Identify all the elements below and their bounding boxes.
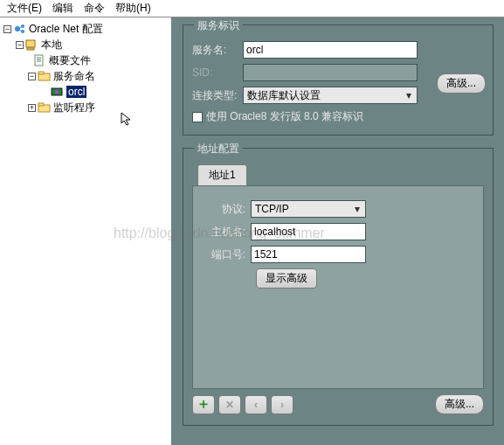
minus-icon[interactable]: − [3, 25, 11, 33]
svg-rect-12 [38, 72, 44, 74]
tree-label-profile: 概要文件 [49, 53, 91, 68]
protocol-select[interactable]: TCP/IP ▾ [251, 200, 366, 218]
cursor-icon [121, 112, 135, 126]
right-pane: 服务标识 服务名: SID: 连接类型: 数据库默认设置 ▾ 使用 Oracle… [172, 17, 504, 445]
tree-label-listeners: 监听程序 [53, 101, 95, 115]
menu-bar: 文件(E) 编辑 命令 帮助(H) [0, 0, 504, 17]
service-id-legend: 服务标识 [194, 18, 243, 33]
tree-label-root: Oracle Net 配置 [29, 22, 103, 37]
protocol-value: TCP/IP [255, 203, 289, 215]
tree-node-local[interactable]: − 本地 [16, 37, 171, 52]
tab-address1[interactable]: 地址1 [197, 164, 247, 185]
host-input[interactable] [251, 223, 366, 240]
address-tab-body: 协议: TCP/IP ▾ 主机名: 端口号: [192, 185, 484, 389]
conn-type-value: 数据库默认设置 [247, 88, 321, 103]
service-node-icon [51, 86, 65, 98]
tree-node-profile[interactable]: 概要文件 [33, 52, 171, 68]
host-label: 主机名: [204, 225, 251, 240]
address-config-legend: 地址配置 [194, 142, 243, 156]
port-label: 端口号: [204, 247, 251, 262]
svg-rect-7 [35, 55, 43, 66]
tree-node-listeners[interactable]: + 监听程序 [28, 100, 171, 115]
menu-cmd[interactable]: 命令 [79, 0, 110, 17]
address-advanced-button[interactable]: 高级... [435, 394, 484, 414]
sid-input [243, 64, 418, 81]
chevron-down-icon: ▾ [351, 203, 363, 215]
tree-label-servicenames: 服务命名 [53, 69, 95, 84]
compat-label: 使用 Oracle8 发行版 8.0 兼容标识 [206, 109, 363, 124]
folder-icon [38, 101, 52, 114]
svg-point-14 [55, 90, 59, 94]
delete-button[interactable]: ✕ [218, 395, 241, 414]
show-advanced-button[interactable]: 显示高级 [256, 268, 317, 289]
service-advanced-button[interactable]: 高级... [437, 73, 486, 94]
port-input[interactable] [251, 246, 366, 263]
tree-node-servicenames[interactable]: − 服务命名 [28, 68, 171, 84]
network-icon [13, 23, 27, 35]
menu-file[interactable]: 文件(E) [2, 0, 47, 17]
conn-type-label: 连接类型: [192, 88, 243, 103]
minus-icon[interactable]: − [28, 73, 36, 80]
sid-label: SID: [192, 66, 243, 79]
svg-rect-5 [26, 40, 35, 47]
service-id-fieldset: 服务标识 服务名: SID: 连接类型: 数据库默认设置 ▾ 使用 Oracle… [183, 24, 494, 136]
pc-icon [25, 38, 39, 51]
tree-pane: − Oracle Net 配置 − 本地 概要文件 − [0, 17, 172, 445]
folder-icon [38, 70, 52, 82]
service-name-label: 服务名: [192, 43, 243, 58]
file-icon [33, 54, 47, 66]
protocol-label: 协议: [204, 202, 251, 217]
svg-rect-16 [38, 103, 44, 106]
tree-node-root[interactable]: − Oracle Net 配置 [3, 21, 171, 37]
minus-icon[interactable]: − [16, 41, 24, 49]
conn-type-select[interactable]: 数据库默认设置 ▾ [243, 87, 418, 104]
compat-checkbox-row[interactable]: 使用 Oracle8 发行版 8.0 兼容标识 [192, 109, 484, 124]
next-button[interactable]: › [271, 395, 293, 414]
tree-node-orcl[interactable]: orcl [51, 84, 171, 100]
menu-edit[interactable]: 编辑 [47, 0, 79, 17]
chevron-down-icon: ▾ [403, 89, 415, 101]
address-config-fieldset: 地址配置 地址1 协议: TCP/IP ▾ 主机名: [183, 148, 494, 426]
service-name-input[interactable] [243, 41, 418, 59]
add-button[interactable]: ＋ [192, 395, 215, 414]
svg-rect-6 [27, 48, 34, 50]
tree-label-local: 本地 [41, 38, 62, 52]
prev-button[interactable]: ‹ [245, 395, 267, 414]
menu-help[interactable]: 帮助(H) [110, 0, 156, 17]
plus-icon[interactable]: + [28, 104, 36, 112]
tree-label-orcl: orcl [66, 86, 86, 98]
checkbox-icon[interactable] [192, 112, 203, 122]
